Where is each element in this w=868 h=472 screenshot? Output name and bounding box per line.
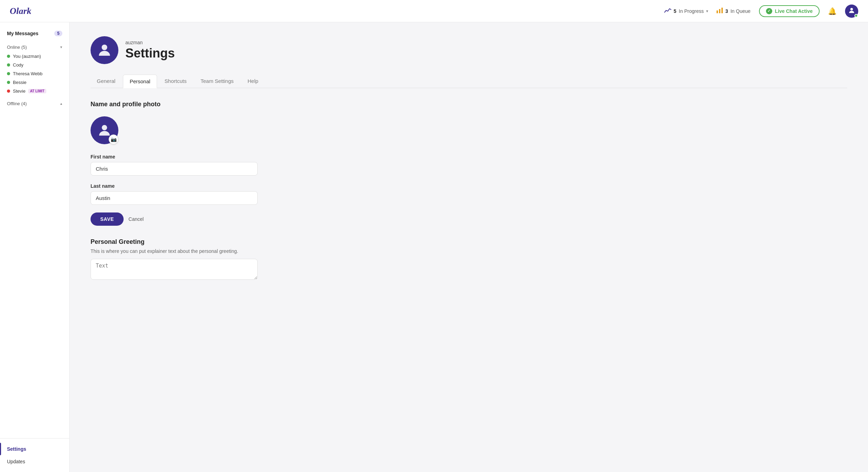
user-name: Stevie — [13, 88, 25, 94]
online-users-list: You (auzman) Cody Theresa Webb Bessie St… — [6, 52, 64, 95]
user-name: Cody — [13, 62, 23, 68]
svg-rect-0 — [717, 10, 718, 13]
live-chat-button[interactable]: ✓ Live Chat Active — [759, 5, 820, 17]
offline-chevron-icon: ▴ — [60, 101, 62, 106]
svg-rect-2 — [721, 8, 723, 13]
list-item[interactable]: You (auzman) — [6, 52, 64, 61]
header-right: 5 In Progress ▾ 3 In Queue ✓ Live Chat A… — [664, 5, 858, 18]
svg-point-4 — [102, 45, 107, 50]
header: Olark 5 In Progress ▾ 3 In Queue — [0, 0, 868, 22]
profile-header: auzman Settings — [91, 36, 847, 64]
main-content: auzman Settings General Personal Shortcu… — [70, 22, 868, 472]
online-dot-icon — [7, 72, 10, 75]
save-button[interactable]: SAVE — [91, 212, 124, 226]
last-name-label: Last name — [91, 183, 258, 189]
in-progress-count: 5 — [674, 8, 677, 14]
in-queue-stat[interactable]: 3 In Queue — [717, 8, 750, 15]
last-name-group: Last name — [91, 183, 258, 205]
profile-avatar-large — [91, 36, 118, 64]
list-item[interactable]: Theresa Webb — [6, 69, 64, 78]
tab-help[interactable]: Help — [241, 75, 265, 88]
user-name: You (auzman) — [13, 54, 41, 59]
online-dot-icon — [7, 63, 10, 67]
offline-dot-icon — [7, 90, 10, 93]
my-messages-badge: 5 — [54, 31, 62, 36]
profile-username: auzman — [125, 40, 175, 45]
settings-tabs: General Personal Shortcuts Team Settings… — [91, 75, 847, 88]
page-title: Settings — [125, 46, 175, 61]
sidebar-nav: Settings Updates — [0, 438, 69, 472]
avatar-online-dot — [854, 14, 858, 17]
in-progress-chevron: ▾ — [706, 9, 708, 14]
tab-personal[interactable]: Personal — [123, 75, 157, 88]
sidebar-item-updates[interactable]: Updates — [6, 455, 64, 468]
svg-point-3 — [850, 8, 853, 10]
sidebar-settings-label: Settings — [7, 446, 26, 452]
live-chat-label: Live Chat Active — [775, 8, 813, 14]
offline-section-label: Offline (4) — [7, 101, 27, 106]
avatar-initials — [848, 7, 855, 15]
cancel-button[interactable]: Cancel — [128, 216, 144, 222]
notification-icon[interactable]: 🔔 — [828, 7, 837, 15]
greeting-textarea[interactable] — [91, 259, 258, 280]
offline-section-header[interactable]: Offline (4) ▴ — [6, 99, 64, 108]
trend-icon — [664, 8, 671, 15]
first-name-group: First name — [91, 154, 258, 176]
first-name-input[interactable] — [91, 162, 258, 176]
online-section-header[interactable]: Online (5) ▾ — [6, 42, 64, 52]
greeting-description: This is where you can put explainer text… — [91, 248, 847, 254]
list-item[interactable]: Stevie AT LIMIT — [6, 87, 64, 95]
camera-upload-button[interactable]: 📷 — [109, 134, 118, 144]
profile-info: auzman Settings — [125, 40, 175, 61]
my-messages-row[interactable]: My Messages 5 — [6, 28, 64, 39]
in-progress-stat[interactable]: 5 In Progress ▾ — [664, 8, 708, 15]
bar-icon — [717, 8, 723, 15]
online-chevron-icon: ▾ — [60, 45, 62, 49]
my-messages-label: My Messages — [7, 31, 38, 36]
list-item[interactable]: Cody — [6, 61, 64, 69]
user-name: Bessie — [13, 80, 26, 85]
camera-icon: 📷 — [111, 137, 117, 142]
online-section-label: Online (5) — [7, 45, 27, 50]
greeting-section-title: Personal Greeting — [91, 238, 847, 246]
svg-point-5 — [102, 125, 107, 130]
first-name-label: First name — [91, 154, 258, 160]
sidebar-updates-label: Updates — [7, 459, 25, 464]
live-chat-check-icon: ✓ — [766, 8, 772, 14]
in-queue-label: In Queue — [730, 8, 751, 14]
logo: Olark — [10, 6, 31, 16]
photo-upload-area: 📷 — [91, 116, 118, 144]
online-dot-icon — [7, 81, 10, 84]
user-avatar[interactable] — [845, 5, 858, 18]
in-queue-count: 3 — [725, 8, 728, 14]
name-section-title: Name and profile photo — [91, 101, 847, 108]
in-progress-label: In Progress — [679, 8, 704, 14]
tab-team-settings[interactable]: Team Settings — [194, 75, 240, 88]
at-limit-badge: AT LIMIT — [28, 89, 46, 93]
tab-general[interactable]: General — [91, 75, 122, 88]
sidebar-item-settings[interactable]: Settings — [6, 443, 64, 455]
last-name-input[interactable] — [91, 191, 258, 205]
svg-rect-1 — [719, 9, 720, 13]
list-item[interactable]: Bessie — [6, 78, 64, 87]
tab-shortcuts[interactable]: Shortcuts — [158, 75, 193, 88]
form-actions: SAVE Cancel — [91, 212, 847, 226]
user-name: Theresa Webb — [13, 71, 42, 76]
online-dot-icon — [7, 55, 10, 58]
sidebar: My Messages 5 Online (5) ▾ You (auzman) … — [0, 22, 70, 472]
main-layout: My Messages 5 Online (5) ▾ You (auzman) … — [0, 22, 868, 472]
